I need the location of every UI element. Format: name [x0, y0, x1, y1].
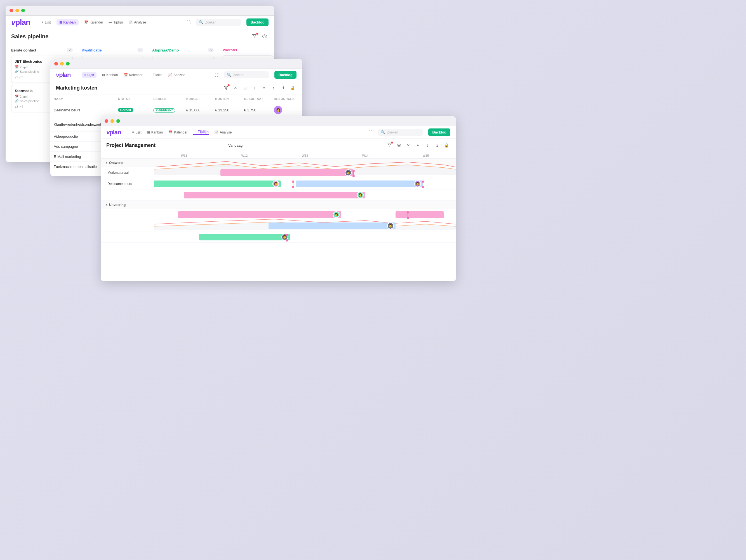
- calendar-icon: 📅: [15, 94, 19, 98]
- chevron-down-icon[interactable]: ▼: [105, 161, 108, 164]
- lock-icon-2[interactable]: 🔒: [289, 84, 296, 92]
- search-box-2[interactable]: 🔍 Zoeken: [224, 72, 269, 78]
- maximize-dot-3[interactable]: [116, 119, 120, 123]
- col-header-budget: BUDGET: [183, 95, 212, 103]
- minimize-dot[interactable]: [16, 9, 19, 12]
- backlog-button-3[interactable]: Backlog: [428, 129, 450, 136]
- gantt-row-uitvoering-2: 👨: [101, 220, 456, 231]
- connector-dot-top: [352, 170, 355, 172]
- nav-bar-2: vplan ≡ Lijst ⊞ Kanban 📅 Kalender — Tijd…: [50, 69, 302, 81]
- download-icon-2[interactable]: ↓: [251, 84, 258, 92]
- filter-icon-3[interactable]: [385, 141, 393, 149]
- cross-icon-3[interactable]: ✕: [404, 141, 412, 149]
- nav-analyse-1[interactable]: 📈 Analyse: [128, 21, 146, 24]
- connect-icon-3[interactable]: ✦: [414, 141, 422, 149]
- kalender-icon-2: 📅: [124, 73, 128, 77]
- vandaag-label: Vandaag: [228, 143, 242, 147]
- analyse-icon-1: 📈: [128, 21, 133, 24]
- lijst-icon-2: ≡: [84, 73, 86, 77]
- close-dot-2[interactable]: [54, 62, 58, 65]
- col-count-1: 3: [137, 48, 143, 52]
- nav-analyse-3[interactable]: 📈 Analyse: [214, 131, 232, 134]
- nav-kanban-2[interactable]: ⊞ Kanban: [102, 73, 118, 77]
- tijdlijn-icon-2: —: [148, 73, 152, 77]
- sort-icon-2[interactable]: ↕: [270, 84, 278, 92]
- expand-icon-1[interactable]: ⛶: [186, 20, 191, 25]
- nav-analyse-2[interactable]: 📈 Analyse: [168, 73, 185, 77]
- section-label-ontwerp: Ontwerp: [109, 161, 123, 165]
- connector-dot-2t: [292, 180, 294, 183]
- label-evenement: EVENEMENT: [153, 108, 175, 112]
- nav-lijst-3[interactable]: ≡ Lijst: [132, 131, 141, 134]
- info-icon-2[interactable]: ℹ: [279, 84, 287, 92]
- close-dot-3[interactable]: [105, 119, 108, 123]
- nav-kanban-3[interactable]: ⊞ Kanban: [147, 131, 163, 134]
- avatar-deelname-2: 👩: [414, 180, 421, 187]
- nav-kalender-3[interactable]: 📅 Kalender: [168, 131, 188, 134]
- nav-kanban-1[interactable]: ⊞ Kanban: [57, 19, 79, 25]
- bar-pink-2: 👩: [184, 192, 365, 198]
- search-box-1[interactable]: 🔍 Zoeken: [196, 19, 241, 26]
- col-title-1: Kwalificatie: [82, 48, 102, 52]
- cell-status: Gereed: [115, 103, 150, 117]
- nav-lijst-1[interactable]: ≡ Lijst: [41, 21, 51, 24]
- col-count-2: 5: [208, 48, 214, 52]
- close-dot[interactable]: [9, 9, 13, 12]
- week-w13: W13: [275, 154, 335, 157]
- cell-resultaat: € 1.750: [241, 103, 271, 117]
- cell-naam: Deelname beurs: [50, 103, 115, 117]
- maximize-dot[interactable]: [21, 9, 25, 12]
- chevron-down-icon-2[interactable]: ▼: [105, 203, 108, 206]
- expand-icon-2[interactable]: ⛶: [214, 73, 219, 77]
- section-label-uitvoering: Uitvoering: [109, 203, 125, 207]
- expand-icon-3[interactable]: ⛶: [368, 130, 372, 135]
- maximize-dot-2[interactable]: [66, 62, 70, 65]
- nav-tijdlijn-1[interactable]: — Tijdlijn: [109, 21, 123, 24]
- eye-icon-3[interactable]: [395, 141, 403, 149]
- nav-bar-3: vplan ≡ Lijst ⊞ Kanban 📅 Kalender — Tijd…: [101, 126, 456, 139]
- connect-icon-2[interactable]: ✦: [260, 84, 268, 92]
- avatar-0: 👩: [274, 106, 282, 114]
- filter-icon-2[interactable]: [222, 84, 230, 92]
- col-title-3: Voorstel: [223, 48, 237, 52]
- lock-icon-3[interactable]: 🔒: [442, 141, 450, 149]
- table-row[interactable]: Deelname beurs Gereed EVENEMENT € 15.000…: [50, 103, 302, 117]
- logo-1: vplan: [11, 18, 30, 27]
- col-title-0: Eerste contact: [11, 48, 36, 52]
- minimize-dot-3[interactable]: [111, 119, 114, 123]
- nav-kalender-1[interactable]: 📅 Kalender: [84, 21, 103, 24]
- status-gereed: Gereed: [118, 108, 133, 112]
- card-tasks-0: ↑1 ✓3: [15, 76, 23, 79]
- logo-3: vplan: [106, 129, 121, 136]
- search-icon-3: 🔍: [381, 130, 385, 134]
- info-icon-3[interactable]: ℹ: [433, 141, 441, 149]
- eye-icon-1[interactable]: [261, 32, 268, 40]
- lijst-icon-3: ≡: [132, 131, 134, 134]
- lijst-icon-1: ≡: [41, 21, 44, 24]
- nav-tijdlijn-2[interactable]: — Tijdlijn: [148, 73, 163, 77]
- close-icon-2[interactable]: ✕: [232, 84, 239, 92]
- search-box-3[interactable]: 🔍 Zoeken: [378, 129, 423, 136]
- nav-lijst-2[interactable]: ≡ Lijst: [82, 72, 96, 78]
- col-header-labels: LABELS: [150, 95, 183, 103]
- minimize-dot-2[interactable]: [60, 62, 64, 65]
- sort-icon-3[interactable]: ↕: [424, 141, 431, 149]
- avatar-deelname: 👩: [272, 180, 279, 187]
- col-header-resources: RESOURCES: [270, 95, 302, 103]
- backlog-button-2[interactable]: Backlog: [275, 71, 296, 79]
- search-icon-1: 🔍: [199, 20, 203, 24]
- gantt-title: Project Management: [106, 142, 155, 148]
- gantt-row-deelname-beurs: Deelname beurs 👩 👩: [101, 178, 456, 190]
- nav-kalender-2[interactable]: 📅 Kalender: [124, 73, 143, 77]
- avatar-merkmateriaal: 👨: [345, 169, 352, 176]
- bar-mint-deelname: 👩: [154, 180, 281, 187]
- group-icon-2[interactable]: ⊞: [241, 84, 249, 92]
- nav-tijdlijn-3[interactable]: — Tijdlijn: [193, 130, 208, 135]
- backlog-button-1[interactable]: Backlog: [247, 19, 268, 26]
- row-label: Deelname beurs: [101, 182, 154, 186]
- col-header-resultaat: RESULTAAT: [241, 95, 271, 103]
- bar-uitvoering-pink: 👩: [178, 211, 341, 218]
- filter-icon-1[interactable]: [251, 32, 258, 40]
- logo-2: vplan: [56, 72, 70, 79]
- card-tasks-1: ↓3 ✓4: [15, 105, 23, 109]
